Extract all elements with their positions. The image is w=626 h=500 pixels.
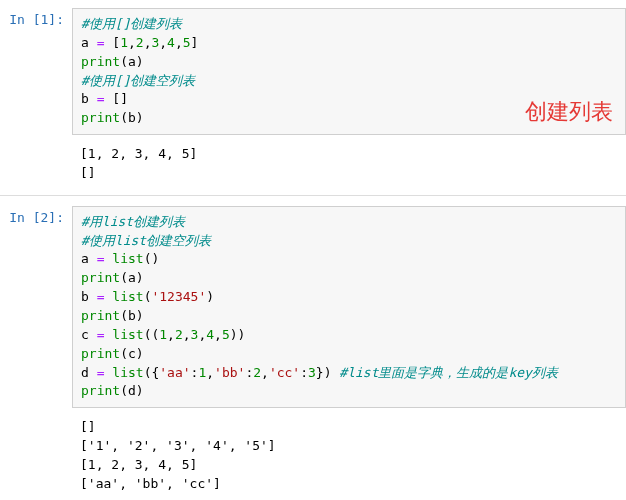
code-cell: In [2]: #用list创建列表 #使用list创建空列表 a = list…: [0, 206, 626, 408]
prompt-label: In [1]:: [9, 12, 64, 27]
code-line: b = list('12345'): [81, 288, 617, 307]
output-content: [1, 2, 3, 4, 5] []: [72, 139, 626, 189]
output-prompt: [0, 139, 72, 189]
input-prompt: In [1]:: [0, 8, 72, 135]
code-line: #使用[]创建空列表: [81, 72, 617, 91]
input-prompt: In [2]:: [0, 206, 72, 408]
stdout: [] ['1', '2', '3', '4', '5'] [1, 2, 3, 4…: [72, 412, 626, 499]
code-line: print(a): [81, 269, 617, 288]
cell-content: #使用[]创建列表 a = [1,2,3,4,5] print(a) #使用[]…: [72, 8, 626, 135]
code-input[interactable]: #用list创建列表 #使用list创建空列表 a = list() print…: [72, 206, 626, 408]
code-line: #使用[]创建列表: [81, 15, 617, 34]
annotation-text: 创建列表: [525, 96, 613, 128]
code-line: c = list((1,2,3,4,5)): [81, 326, 617, 345]
code-line: a = list(): [81, 250, 617, 269]
prompt-label: In [2]:: [9, 210, 64, 225]
code-line: #用list创建列表: [81, 213, 617, 232]
code-input[interactable]: #使用[]创建列表 a = [1,2,3,4,5] print(a) #使用[]…: [72, 8, 626, 135]
output-prompt: [0, 412, 72, 499]
output-content: [] ['1', '2', '3', '4', '5'] [1, 2, 3, 4…: [72, 412, 626, 499]
code-line: #使用list创建空列表: [81, 232, 617, 251]
code-line: print(c): [81, 345, 617, 364]
output-cell: [] ['1', '2', '3', '4', '5'] [1, 2, 3, 4…: [0, 412, 626, 499]
stdout: [1, 2, 3, 4, 5] []: [72, 139, 626, 189]
code-line: print(d): [81, 382, 617, 401]
code-line: a = [1,2,3,4,5]: [81, 34, 617, 53]
code-line: print(a): [81, 53, 617, 72]
code-cell: In [1]: #使用[]创建列表 a = [1,2,3,4,5] print(…: [0, 8, 626, 135]
cell-divider: [0, 195, 626, 196]
cell-content: #用list创建列表 #使用list创建空列表 a = list() print…: [72, 206, 626, 408]
output-cell: [1, 2, 3, 4, 5] []: [0, 139, 626, 189]
code-line: print(b): [81, 307, 617, 326]
code-line: d = list({'aa':1,'bb':2,'cc':3}) #list里面…: [81, 364, 617, 383]
